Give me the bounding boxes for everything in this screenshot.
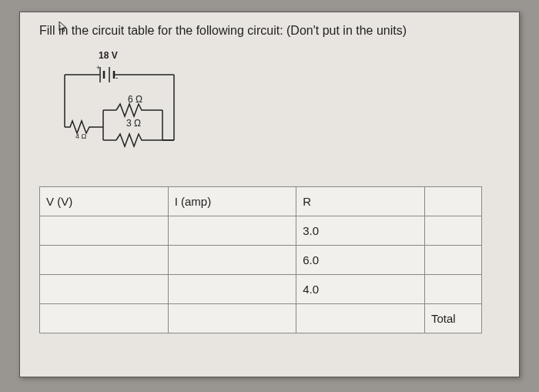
cell-r: 3.0 <box>296 216 425 246</box>
cell-v[interactable] <box>40 216 169 246</box>
cell-i[interactable] <box>168 304 296 333</box>
cell-r: 6.0 <box>296 246 425 275</box>
cell-v[interactable] <box>40 304 169 333</box>
svg-text:+: + <box>96 64 100 72</box>
question-label: Fill in the circuit table for the follow… <box>39 24 407 37</box>
question-paper: Fill in the circuit table for the follow… <box>19 12 520 377</box>
table-header-row: V (V) I (amp) R <box>40 187 482 216</box>
cell-i[interactable] <box>168 216 296 246</box>
question-text: Fill in the circuit table for the follow… <box>39 24 500 38</box>
cell-r: 4.0 <box>296 275 425 304</box>
table-row: 3.0 <box>40 216 482 246</box>
cell-r[interactable] <box>296 304 425 333</box>
cell-v[interactable] <box>40 246 169 275</box>
header-voltage: V (V) <box>40 187 169 216</box>
header-resistance: R <box>296 187 425 216</box>
cell-tag <box>424 216 481 246</box>
cell-tag <box>424 275 481 304</box>
cell-i[interactable] <box>168 275 296 304</box>
table-row: 4.0 <box>40 275 482 304</box>
circuit-table: V (V) I (amp) R 3.0 6.0 4.0 Total <box>39 186 482 333</box>
header-current: I (amp) <box>168 187 296 216</box>
table-row: 6.0 <box>40 246 482 275</box>
svg-text:-: - <box>116 73 118 82</box>
cell-total: Total <box>424 304 481 333</box>
cell-tag <box>424 246 481 275</box>
cell-v[interactable] <box>40 275 169 304</box>
table-row: Total <box>40 304 482 333</box>
cell-i[interactable] <box>168 246 296 275</box>
header-blank <box>424 187 481 216</box>
circuit-diagram: 18 V 6 Ω 3 Ω 4 Ω + - <box>51 52 197 175</box>
cursor-icon <box>58 20 69 34</box>
circuit-svg: + - <box>51 52 197 175</box>
